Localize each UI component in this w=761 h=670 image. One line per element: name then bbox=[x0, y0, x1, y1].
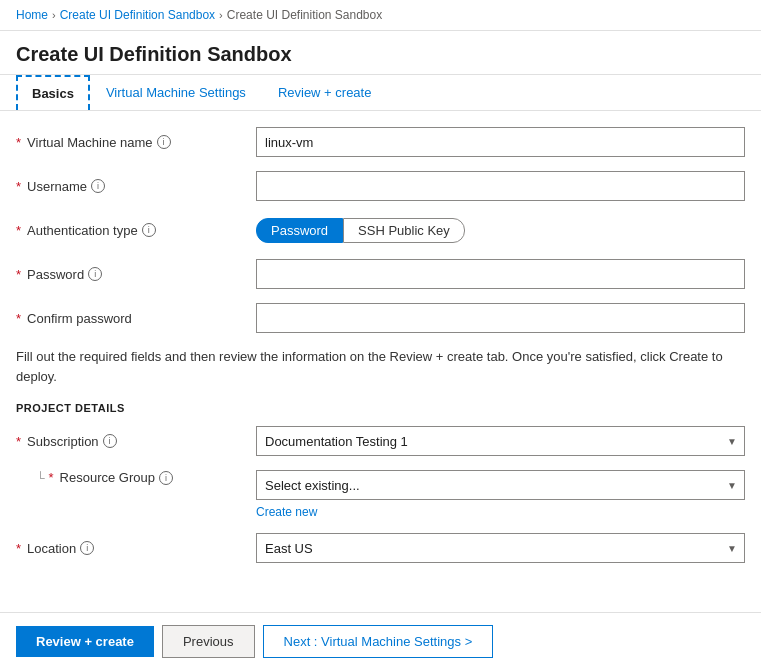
subscription-row: * Subscription i Documentation Testing 1… bbox=[16, 426, 745, 456]
vm-name-label: * Virtual Machine name i bbox=[16, 135, 256, 150]
auth-ssh-btn[interactable]: SSH Public Key bbox=[343, 218, 465, 243]
breadcrumb-parent[interactable]: Create UI Definition Sandbox bbox=[60, 8, 215, 22]
auth-type-info-icon[interactable]: i bbox=[142, 223, 156, 237]
password-row: * Password i bbox=[16, 259, 745, 289]
location-select-wrapper: East US ▼ bbox=[256, 533, 745, 563]
username-label: * Username i bbox=[16, 179, 256, 194]
info-text: Fill out the required fields and then re… bbox=[16, 347, 745, 386]
username-info-icon[interactable]: i bbox=[91, 179, 105, 193]
project-details-title: PROJECT DETAILS bbox=[16, 402, 745, 414]
subscription-label: * Subscription i bbox=[16, 434, 256, 449]
breadcrumb-current: Create UI Definition Sandbox bbox=[227, 8, 382, 22]
breadcrumb-home[interactable]: Home bbox=[16, 8, 48, 22]
breadcrumb: Home › Create UI Definition Sandbox › Cr… bbox=[0, 0, 761, 31]
resource-group-section: └ * Resource Group i Select existing... … bbox=[16, 470, 745, 500]
form-area: * Virtual Machine name i * Username i * … bbox=[0, 111, 761, 563]
location-select[interactable]: East US bbox=[256, 533, 745, 563]
footer-bar: Review + create Previous Next : Virtual … bbox=[0, 612, 761, 670]
auth-type-toggle: Password SSH Public Key bbox=[256, 218, 465, 243]
location-row: * Location i East US ▼ bbox=[16, 533, 745, 563]
vm-name-row: * Virtual Machine name i bbox=[16, 127, 745, 157]
subscription-select-wrapper: Documentation Testing 1 ▼ bbox=[256, 426, 745, 456]
password-label: * Password i bbox=[16, 267, 256, 282]
location-label: * Location i bbox=[16, 541, 256, 556]
next-button[interactable]: Next : Virtual Machine Settings > bbox=[263, 625, 494, 658]
review-create-button[interactable]: Review + create bbox=[16, 626, 154, 657]
page-title: Create UI Definition Sandbox bbox=[0, 31, 761, 75]
tab-bar: Basics Virtual Machine Settings Review +… bbox=[0, 75, 761, 111]
username-input[interactable] bbox=[256, 171, 745, 201]
username-row: * Username i bbox=[16, 171, 745, 201]
resource-group-label: Resource Group bbox=[60, 470, 155, 485]
password-info-icon[interactable]: i bbox=[88, 267, 102, 281]
tab-vm-settings[interactable]: Virtual Machine Settings bbox=[90, 75, 262, 110]
auth-type-label: * Authentication type i bbox=[16, 223, 256, 238]
auth-type-row: * Authentication type i Password SSH Pub… bbox=[16, 215, 745, 245]
subscription-select[interactable]: Documentation Testing 1 bbox=[256, 426, 745, 456]
confirm-password-label: * Confirm password bbox=[16, 311, 256, 326]
tab-review-create[interactable]: Review + create bbox=[262, 75, 388, 110]
confirm-password-row: * Confirm password bbox=[16, 303, 745, 333]
tab-basics[interactable]: Basics bbox=[16, 75, 90, 110]
password-input[interactable] bbox=[256, 259, 745, 289]
vm-name-info-icon[interactable]: i bbox=[157, 135, 171, 149]
auth-password-btn[interactable]: Password bbox=[256, 218, 343, 243]
subscription-info-icon[interactable]: i bbox=[103, 434, 117, 448]
resource-group-select[interactable]: Select existing... bbox=[256, 470, 745, 500]
confirm-password-input[interactable] bbox=[256, 303, 745, 333]
resource-group-select-wrapper: Select existing... ▼ bbox=[256, 470, 745, 500]
create-new-resource-group-link[interactable]: Create new bbox=[256, 505, 317, 519]
vm-name-input[interactable] bbox=[256, 127, 745, 157]
resource-group-info-icon[interactable]: i bbox=[159, 471, 173, 485]
location-info-icon[interactable]: i bbox=[80, 541, 94, 555]
previous-button[interactable]: Previous bbox=[162, 625, 255, 658]
